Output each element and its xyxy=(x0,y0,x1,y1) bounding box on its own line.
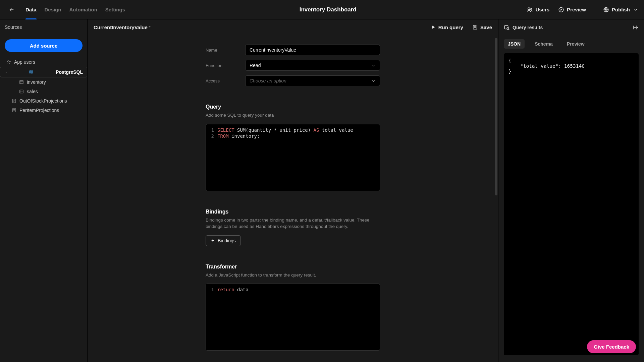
sources-sidebar: Sources Add source App users PostgreSQL … xyxy=(0,19,88,362)
svg-point-6 xyxy=(9,61,10,62)
play-icon xyxy=(431,25,436,29)
app-title: Inventory Dashboard xyxy=(129,6,527,13)
users-label: Users xyxy=(535,7,549,12)
function-select[interactable]: Read xyxy=(245,60,380,71)
editor-panel: CurrentInventoryValue* Run query Save Na… xyxy=(88,19,498,362)
source-app-users[interactable]: App users xyxy=(0,57,87,67)
divider xyxy=(206,95,380,95)
users-icon xyxy=(6,59,11,65)
save-label: Save xyxy=(480,24,492,30)
svg-rect-15 xyxy=(504,25,508,29)
play-circle-icon xyxy=(558,7,564,13)
name-input[interactable] xyxy=(245,45,380,55)
tab-design[interactable]: Design xyxy=(41,0,65,19)
arrow-left-icon xyxy=(9,7,15,13)
transformer-editor[interactable]: 1return data xyxy=(206,284,380,351)
svg-point-1 xyxy=(530,8,532,9)
collapse-icon[interactable] xyxy=(633,24,639,31)
name-label: Name xyxy=(206,48,245,53)
chevron-down-icon xyxy=(371,63,376,68)
add-source-button[interactable]: Add source xyxy=(5,39,83,52)
source-label: PostgreSQL xyxy=(56,69,83,75)
plus-icon xyxy=(211,238,215,243)
bindings-section-title: Bindings xyxy=(206,209,380,215)
divider xyxy=(206,255,380,255)
function-value: Read xyxy=(250,63,261,68)
tab-data[interactable]: Data xyxy=(21,0,41,19)
back-button[interactable] xyxy=(8,6,15,13)
access-select[interactable]: Choose an option xyxy=(245,75,380,86)
bindings-button[interactable]: Bindings xyxy=(206,235,241,246)
bindings-section-sub: Bindings come in two parts: the binding … xyxy=(206,217,380,230)
query-peritem[interactable]: PerItemProjections xyxy=(0,106,87,115)
results-panel: Query results JSON Schema Preview { "tot… xyxy=(498,19,644,362)
source-postgresql[interactable]: PostgreSQL xyxy=(0,67,87,77)
query-oos[interactable]: OutOfStockProjections xyxy=(0,96,87,106)
breadcrumb-query-name: CurrentInventoryValue xyxy=(94,24,148,30)
results-tab-schema[interactable]: Schema xyxy=(531,39,557,49)
users-icon xyxy=(527,7,533,13)
table-icon xyxy=(19,79,24,85)
access-placeholder: Choose an option xyxy=(250,78,286,83)
unsaved-indicator: * xyxy=(149,24,151,30)
access-label: Access xyxy=(206,78,245,83)
query-icon xyxy=(11,108,17,113)
sources-tree: App users PostgreSQL inventory sales Out… xyxy=(0,56,87,116)
results-tabs: JSON Schema Preview xyxy=(498,35,644,49)
chevron-down-icon xyxy=(4,71,8,74)
bindings-label: Bindings xyxy=(218,238,236,243)
magnify-code-icon xyxy=(504,24,510,31)
scrollbar[interactable] xyxy=(495,38,497,362)
svg-point-5 xyxy=(7,60,9,62)
results-tab-json[interactable]: JSON xyxy=(504,39,525,49)
run-query-button[interactable]: Run query xyxy=(431,24,463,30)
preview-label: Preview xyxy=(567,7,586,12)
chevron-down-icon xyxy=(371,79,376,83)
query-section-sub: Add some SQL to query your data xyxy=(206,112,380,119)
tab-settings[interactable]: Settings xyxy=(101,0,129,19)
svg-point-0 xyxy=(528,8,530,10)
results-tab-preview[interactable]: Preview xyxy=(563,39,589,49)
table-inventory[interactable]: inventory xyxy=(0,77,87,87)
postgresql-icon xyxy=(29,70,35,74)
divider xyxy=(206,200,380,200)
function-label: Function xyxy=(206,63,245,68)
sql-editor[interactable]: 1SELECT SUM(quantity * unit_price) AS to… xyxy=(206,124,380,191)
publish-button[interactable]: Publish xyxy=(595,0,638,19)
globe-off-icon xyxy=(603,7,609,13)
table-icon xyxy=(19,89,24,94)
sidebar-title: Sources xyxy=(0,19,87,35)
table-label: sales xyxy=(27,89,38,94)
svg-line-17 xyxy=(508,29,509,30)
give-feedback-button[interactable]: Give Feedback xyxy=(587,340,636,353)
top-tabs: Data Design Automation Settings xyxy=(21,0,129,19)
users-button[interactable]: Users xyxy=(527,7,549,13)
tab-automation[interactable]: Automation xyxy=(65,0,101,19)
source-label: App users xyxy=(14,59,35,65)
transformer-section-title: Transformer xyxy=(206,264,380,270)
transformer-section-sub: Add a JavaScript function to transform t… xyxy=(206,272,380,279)
table-label: inventory xyxy=(27,79,46,85)
query-label: OutOfStockProjections xyxy=(19,98,67,104)
query-icon xyxy=(11,98,17,104)
query-section-title: Query xyxy=(206,104,380,110)
svg-rect-10 xyxy=(20,90,23,93)
preview-button[interactable]: Preview xyxy=(558,7,586,13)
top-bar: Data Design Automation Settings Inventor… xyxy=(0,0,644,19)
results-title: Query results xyxy=(513,25,543,30)
save-button[interactable]: Save xyxy=(473,24,492,30)
table-sales[interactable]: sales xyxy=(0,87,87,96)
run-label: Run query xyxy=(438,24,463,30)
publish-label: Publish xyxy=(612,7,630,12)
save-icon xyxy=(473,25,478,30)
results-json[interactable]: { "total_value": 1653140 } xyxy=(504,53,639,355)
query-label: PerItemProjections xyxy=(19,108,59,113)
chevron-down-icon xyxy=(633,7,638,12)
svg-rect-7 xyxy=(20,80,23,83)
